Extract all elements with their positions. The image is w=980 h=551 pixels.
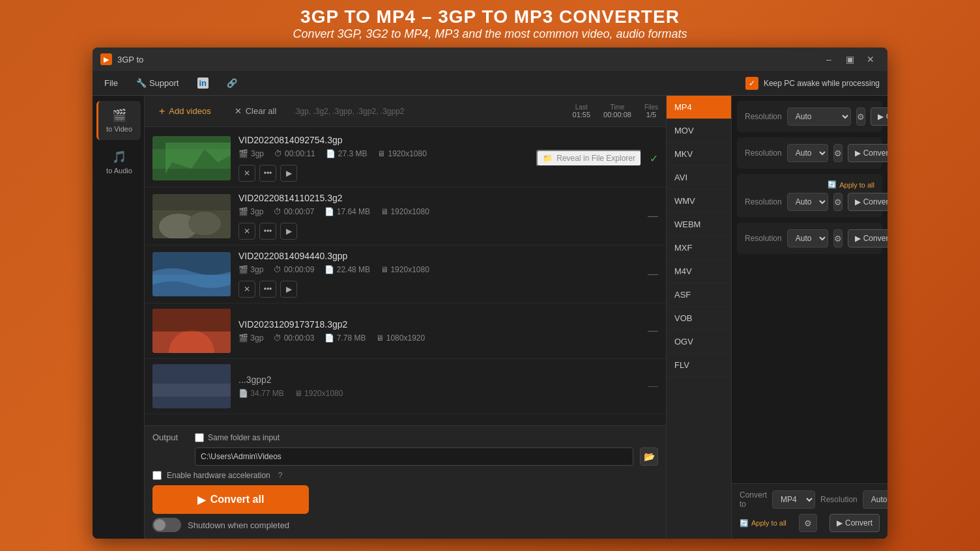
resolution-select[interactable]: Auto xyxy=(787,144,828,162)
file-meta: 🎬 3gp ⏱ 00:00:11 📄 27.3 MB 🖥 1920x1080 xyxy=(238,149,528,158)
reveal-label: Reveal in File Explorer xyxy=(556,154,635,163)
format-item-asf[interactable]: ASF xyxy=(667,283,731,307)
format-item-ogv[interactable]: OGV xyxy=(667,330,731,354)
file-duration: ⏱ 00:00:03 xyxy=(274,333,314,343)
file-actions: ✕ ••• ▶ xyxy=(238,223,640,240)
file-info: VID20231209173718.3gp2 🎬 3gp ⏱ 00:00:03 … xyxy=(238,319,640,343)
more-options-button[interactable]: ••• xyxy=(259,281,276,298)
resolution-select[interactable]: Auto xyxy=(787,193,828,211)
format-item-mxf[interactable]: MXF xyxy=(667,236,731,260)
file-thumbnail xyxy=(152,136,231,180)
file-actions: ✕ ••• ▶ xyxy=(238,165,528,182)
file-format: 🎬 3gp xyxy=(238,149,264,158)
minimize-button[interactable]: – xyxy=(820,53,838,66)
remove-file-button[interactable]: ✕ xyxy=(238,223,255,240)
format-item-flv[interactable]: FLV xyxy=(667,354,731,377)
sidebar-video-label: to Video xyxy=(106,125,132,133)
convert-to-label: Convert to xyxy=(740,490,767,509)
menu-support[interactable]: 🔧 Support xyxy=(132,76,183,91)
banner-title: 3GP TO MP4 – 3GP TO MP3 CONVERTER xyxy=(293,7,687,27)
convert-to-format-select[interactable]: MP4 MOV MKV xyxy=(772,490,815,509)
format-item-wmv[interactable]: WMV xyxy=(667,190,731,213)
settings-button-bottom[interactable]: ⚙ xyxy=(799,514,817,532)
resolution-select[interactable]: Auto xyxy=(787,229,828,247)
stat-last: Last 01:55 xyxy=(573,104,591,119)
more-options-button[interactable]: ••• xyxy=(259,223,276,240)
banner: 3GP TO MP4 – 3GP TO MP3 CONVERTER Conver… xyxy=(293,7,687,41)
sidebar-item-audio[interactable]: 🎵 to Audio xyxy=(96,143,141,182)
table-row: ...3gpp2 📄 34.77 MB 🖥 1920x1080 — xyxy=(145,359,666,414)
remove-file-button[interactable]: ✕ xyxy=(238,165,255,182)
resolution-select-bottom[interactable]: Auto xyxy=(863,490,887,509)
resolution-select[interactable]: Auto 1920x1080 1280x720 854x480 xyxy=(787,107,851,126)
play-button[interactable]: ▶ xyxy=(280,223,297,240)
remove-file-button[interactable]: ✕ xyxy=(238,281,255,298)
bottom-convert-row: Convert to MP4 MOV MKV Resolution Auto xyxy=(732,483,887,539)
shutdown-toggle[interactable] xyxy=(152,518,181,532)
file-info: VID20220814110215.3g2 🎬 3gp ⏱ 00:00:07 📄… xyxy=(238,193,640,240)
convert-button[interactable]: ▶ Convert xyxy=(848,229,887,247)
sidebar: 🎬 to Video 🎵 to Audio xyxy=(93,96,145,539)
svg-rect-14 xyxy=(152,384,231,397)
play-button[interactable]: ▶ xyxy=(280,281,297,298)
add-videos-button[interactable]: + Add videos xyxy=(152,102,218,121)
main-content: 🎬 to Video 🎵 to Audio + Add videos xyxy=(93,96,887,539)
convert-button[interactable]: ▶ Convert xyxy=(848,193,887,211)
settings-button[interactable]: ⚙ xyxy=(833,193,843,211)
banner-subtitle: Convert 3GP, 3G2 to MP4, MP3 and the mos… xyxy=(293,27,687,41)
clear-all-button[interactable]: ✕ Clear all xyxy=(228,102,283,120)
convert-bottom-header: Convert to MP4 MOV MKV Resolution Auto xyxy=(740,490,880,509)
settings-button[interactable]: ⚙ xyxy=(833,229,843,247)
apply-all-bottom-button[interactable]: 🔄 Apply to all xyxy=(740,519,786,528)
settings-button[interactable]: ⚙ xyxy=(833,144,843,162)
file-name: VID20231209173718.3gp2 xyxy=(238,319,640,330)
keep-awake-checkbox[interactable]: ✓ xyxy=(745,77,758,90)
convert-button-bottom[interactable]: ▶ Convert xyxy=(829,514,880,532)
app-window: ▶ 3GP to – ▣ ✕ File 🔧 Support in 🔗 ✓ xyxy=(93,48,887,539)
menu-file[interactable]: File xyxy=(100,76,122,91)
file-area: + Add videos ✕ Clear all .3gp, .3g2, .3g… xyxy=(145,96,666,539)
convert-row: Resolution Auto ⚙ ▶ Convert xyxy=(737,223,882,254)
settings-button[interactable]: ⚙ xyxy=(856,107,865,126)
hw-acceleration-checkbox[interactable] xyxy=(152,471,162,480)
table-row: VID20220814110215.3g2 🎬 3gp ⏱ 00:00:07 📄… xyxy=(145,188,666,246)
convert-rows: Resolution Auto 1920x1080 1280x720 854x4… xyxy=(732,96,887,483)
apply-all-button[interactable]: 🔄 Apply to all xyxy=(828,180,874,189)
file-resolution: 🖥 1920x1080 xyxy=(295,389,343,398)
sidebar-audio-label: to Audio xyxy=(106,167,132,175)
play-button[interactable]: ▶ xyxy=(280,165,297,182)
resolution-row-2: Resolution Auto ⚙ ▶ Convert xyxy=(745,144,874,162)
format-item-mkv[interactable]: MKV xyxy=(667,143,731,166)
maximize-button[interactable]: ▣ xyxy=(841,53,859,66)
file-duration: ⏱ 00:00:11 xyxy=(274,149,315,158)
convert-all-button[interactable]: ▶ Convert all xyxy=(152,485,309,514)
more-options-button[interactable]: ••• xyxy=(259,165,276,182)
file-duration: ⏱ 00:00:07 xyxy=(274,207,314,216)
content-area: + Add videos ✕ Clear all .3gp, .3g2, .3g… xyxy=(145,96,887,539)
x-icon: ✕ xyxy=(235,106,242,116)
browse-folder-button[interactable]: 📂 xyxy=(640,447,658,466)
hw-help-icon[interactable]: ? xyxy=(278,471,283,480)
format-item-vob[interactable]: VOB xyxy=(667,307,731,330)
sidebar-item-video[interactable]: 🎬 to Video xyxy=(96,101,141,140)
refresh-icon: 🔄 xyxy=(828,180,837,189)
format-item-m4v[interactable]: M4V xyxy=(667,260,731,283)
format-item-webm[interactable]: WEBM xyxy=(667,213,731,236)
hw-acceleration-row: Enable hardware acceleration ? xyxy=(152,471,658,480)
file-info: VID20220814094440.3gpp 🎬 3gp ⏱ 00:00:09 … xyxy=(238,251,640,298)
convert-button[interactable]: ▶ Convert xyxy=(871,107,887,126)
menu-share[interactable]: 🔗 xyxy=(223,76,241,91)
close-button[interactable]: ✕ xyxy=(861,53,880,66)
play-icon: ▶ xyxy=(837,518,843,528)
file-name: VID20220814094440.3gpp xyxy=(238,251,640,261)
same-folder-checkbox[interactable] xyxy=(195,433,204,442)
reveal-button[interactable]: 📁 Reveal in File Explorer xyxy=(536,150,642,167)
file-format: 🎬 3gp xyxy=(238,333,263,343)
format-item-mp4[interactable]: MP4 xyxy=(667,96,731,119)
output-row: Output Same folder as input xyxy=(152,432,658,442)
output-path-input[interactable] xyxy=(195,447,633,466)
format-item-mov[interactable]: MOV xyxy=(667,119,731,143)
convert-button[interactable]: ▶ Convert xyxy=(848,144,887,162)
format-item-avi[interactable]: AVI xyxy=(667,166,731,190)
menu-linkedin[interactable]: in xyxy=(194,75,213,91)
